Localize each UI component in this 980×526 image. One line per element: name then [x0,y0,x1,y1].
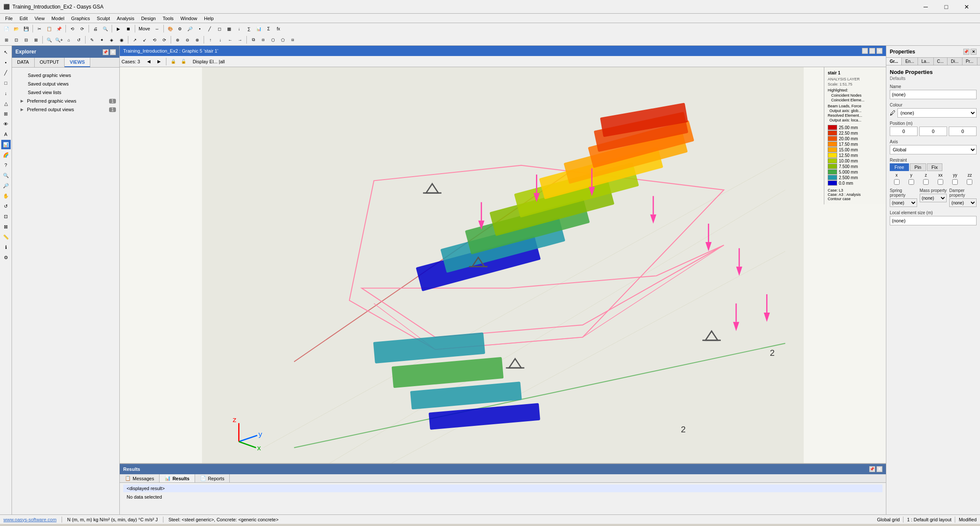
results-pin[interactable]: 📌 [869,466,875,472]
name-input[interactable] [890,90,977,99]
tb-preview[interactable]: 🔍 [101,24,110,33]
damper-select[interactable]: (none) [949,198,977,207]
lt-load[interactable]: ↓ [1,89,11,98]
check-x[interactable] [894,179,900,185]
tb2-13[interactable]: ↗ [130,35,139,44]
website-link[interactable]: www.oasys-software.com [3,517,56,522]
gt-prev[interactable]: ◀ [144,57,154,66]
lt-label[interactable]: A [1,130,11,139]
prop-tab-en[interactable]: En... [902,58,918,65]
props-close[interactable]: ✕ [971,49,977,55]
menu-item-model[interactable]: Model [48,15,68,22]
tb2-1[interactable]: ⊞ [2,35,11,44]
tb-element[interactable]: ╱ [205,24,214,33]
tab-output[interactable]: OUTPUT [35,58,65,67]
menu-item-sculpt[interactable]: Sculpt [93,15,113,22]
lt-info[interactable]: ℹ [1,242,11,252]
menu-item-view[interactable]: View [31,15,48,22]
tb-stop[interactable]: ⏹ [124,24,133,33]
explorer-close[interactable]: ✕ [110,49,116,55]
tb2-27[interactable]: ⬠ [278,35,287,44]
tb2-16[interactable]: ⟳ [160,35,169,44]
menu-item-analysis[interactable]: Analysis [113,15,138,22]
tb2-20[interactable]: ↑ [206,35,215,44]
tab-results[interactable]: 📊 Results [160,474,195,482]
tab-messages[interactable]: 📋 Messages [120,474,160,482]
tb-material[interactable]: ▦ [225,24,234,33]
check-y[interactable] [909,179,914,185]
pos-x-input[interactable] [890,127,918,136]
tb-color[interactable]: 🎨 [166,24,175,33]
lt-measure[interactable]: 📏 [1,232,11,242]
tree-item[interactable]: ▶Preferred output views1 [12,105,119,114]
pos-y-input[interactable] [919,127,947,136]
check-xx[interactable] [938,179,943,185]
tb2-21[interactable]: ↓ [216,35,225,44]
tb-undo[interactable]: ⟲ [68,24,77,33]
tb2-18[interactable]: ⊖ [183,35,192,44]
graphic-minimize[interactable]: ─ [862,48,868,54]
lt-support[interactable]: △ [1,99,11,108]
colour-select[interactable]: (none) [897,108,977,118]
tb2-12[interactable]: ◉ [117,35,126,44]
tb-node[interactable]: • [195,24,204,33]
tb2-14[interactable]: ↙ [140,35,149,44]
graphic-content[interactable]: 2 2 y z x stair 1 [120,67,886,463]
tab-views[interactable]: VIEWS [65,58,90,67]
menu-item-help[interactable]: Help [201,15,217,22]
tree-item[interactable]: ▶Preferred graphic views1 [12,97,119,105]
tb-options[interactable]: ⚙ [175,24,185,33]
lt-section[interactable]: □ [1,78,11,88]
menu-item-tools[interactable]: Tools [159,15,177,22]
lt-zoom-out[interactable]: 🔎 [1,181,11,190]
tb-load[interactable]: ↓ [234,24,244,33]
close-button[interactable]: ✕ [957,0,977,14]
lt-group[interactable]: ⊞ [1,109,11,118]
tb-extra2[interactable]: fx [274,24,283,33]
lt-view[interactable]: 👁 [1,119,11,129]
graphic-close[interactable]: ✕ [876,48,882,54]
tb2-22[interactable]: ← [225,35,235,44]
prop-tab-pr[interactable]: Pr... [962,58,977,65]
btn-fix[interactable]: Fix [927,163,943,171]
graphic-maximize[interactable]: □ [869,48,875,54]
menu-item-file[interactable]: File [2,15,16,22]
tb-results[interactable]: 📊 [254,24,264,33]
tree-item[interactable]: Saved output views [12,80,119,88]
tb2-4[interactable]: ⊠ [31,35,41,44]
lt-select[interactable]: ⊡ [1,212,11,221]
tb2-8[interactable]: ↺ [74,35,83,44]
tb2-26[interactable]: ⬡ [268,35,278,44]
tb-run[interactable]: ▶ [114,24,123,33]
tb2-6[interactable]: 🔍+ [54,35,64,44]
menu-item-edit[interactable]: Edit [16,15,31,22]
check-zz[interactable] [967,179,972,185]
prop-tab-c[interactable]: C... [934,58,948,65]
gt-next[interactable]: ▶ [154,57,164,66]
lt-deselect[interactable]: ⊠ [1,222,11,231]
tb2-23[interactable]: → [235,35,245,44]
mass-select[interactable]: (none) [920,194,947,202]
lt-node[interactable]: • [1,58,11,67]
tb-move[interactable]: ↔ [152,24,162,33]
tree-item[interactable]: Saved view lists [12,88,119,97]
btn-pin[interactable]: Pin [910,163,926,171]
tb2-15[interactable]: ⟲ [150,35,159,44]
explorer-pin[interactable]: 📌 [103,49,109,55]
tb-analysis[interactable]: ∑ [244,24,254,33]
tb-redo[interactable]: ⟳ [77,24,87,33]
pos-z-input[interactable] [949,127,977,136]
tb2-5[interactable]: 🔍 [44,35,54,44]
prop-tab-gr[interactable]: Gr... [886,58,902,65]
tb2-2[interactable]: ⊡ [12,35,21,44]
local-size-input[interactable] [890,216,977,225]
structure-viewport[interactable]: 2 2 y z x [120,67,886,463]
tb-save[interactable]: 💾 [21,24,31,33]
tb-extra1[interactable]: Σ [264,24,273,33]
tb-copy[interactable]: 📋 [44,24,54,33]
gt-lock[interactable]: 🔒 [169,57,178,66]
prop-tab-di[interactable]: Di... [947,58,962,65]
tb-print[interactable]: 🖨 [91,24,100,33]
tb2-24[interactable]: ⧉ [249,35,258,44]
tb-new[interactable]: 📄 [2,24,11,33]
